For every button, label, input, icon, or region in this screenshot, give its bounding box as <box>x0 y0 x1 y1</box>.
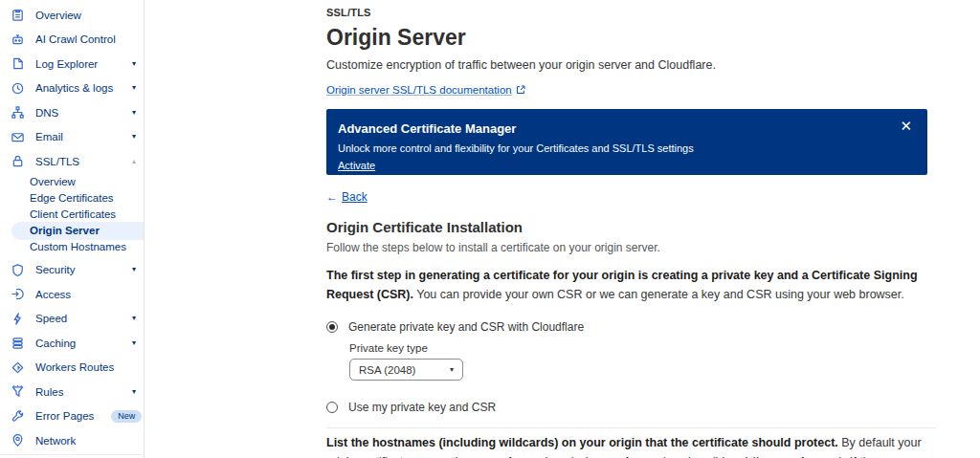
sidebar-item-ai-crawl-control[interactable]: AI Crawl Control <box>0 28 144 53</box>
sidebar-item-speed[interactable]: Speed ▾ <box>0 307 144 332</box>
chevron-down-icon: ▾ <box>132 84 136 92</box>
sidebar-item-label: Error Pages <box>35 410 94 422</box>
sidebar-subitem-client-certificates[interactable]: Client Certificates <box>0 207 144 223</box>
bot-icon <box>10 32 25 47</box>
sidebar-subitem-overview[interactable]: Overview <box>0 174 144 190</box>
sidebar-subitem-custom-hostnames[interactable]: Custom Hostnames <box>0 239 144 255</box>
sidebar-item-workers-routes[interactable]: Workers Routes <box>0 356 144 381</box>
chevron-down-icon: ▾ <box>132 133 136 141</box>
section-divider <box>326 427 936 428</box>
sidebar-item-label: DNS <box>35 107 58 119</box>
sidebar-item-network[interactable]: Network <box>0 428 144 453</box>
sidebar-item-security[interactable]: Security ▾ <box>0 258 144 283</box>
private-key-type-select[interactable]: RSA (2048) ▾ <box>349 359 463 381</box>
lightning-icon <box>10 311 25 326</box>
banner-subtitle: Unlock more control and flexibility for … <box>338 142 914 154</box>
sidebar-item-label: Workers Routes <box>35 361 114 373</box>
sidebar-item-rules[interactable]: Rules ▾ <box>0 380 144 404</box>
private-key-type-label: Private key type <box>349 342 927 354</box>
caching-stack-icon <box>10 336 25 351</box>
select-value: RSA (2048) <box>359 364 415 376</box>
close-icon[interactable]: ✕ <box>898 117 914 135</box>
chevron-down-icon: ▾ <box>132 339 136 347</box>
sidebar-item-overview[interactable]: Overview <box>0 3 144 28</box>
chevron-down-icon: ▾ <box>132 315 136 322</box>
radio-generate-csr[interactable]: Generate private key and CSR with Cloudf… <box>326 320 927 334</box>
sidebar-item-ssl-tls[interactable]: SSL/TLS ▴ <box>0 149 144 174</box>
dns-hierarchy-icon <box>10 105 25 120</box>
workers-diamond-icon <box>10 360 25 375</box>
main-content: SSL/TLS Origin Server Customize encrypti… <box>145 0 980 458</box>
sidebar-item-caching[interactable]: Caching ▾ <box>0 331 144 356</box>
select-caret-icon: ▾ <box>450 365 454 374</box>
page-subtitle: Customize encryption of traffic between … <box>326 58 927 72</box>
csr-paragraph: The first step in generating a certifica… <box>326 266 927 304</box>
sidebar-item-label: Network <box>35 435 76 447</box>
sidebar-item-label: Access <box>35 289 71 300</box>
wrench-icon <box>10 408 25 424</box>
sidebar-item-label: Log Explorer <box>35 58 98 70</box>
section-description: Follow the steps below to install a cert… <box>326 241 927 254</box>
sidebar: Overview AI Crawl Control Log Explorer ▾… <box>0 0 145 458</box>
sidebar-item-log-explorer[interactable]: Log Explorer ▾ <box>0 52 144 76</box>
chevron-down-icon: ▾ <box>132 109 136 117</box>
page-title: Origin Server <box>326 25 927 51</box>
banner-title: Advanced Certificate Manager <box>338 121 914 136</box>
ssl-tls-subnav: Overview Edge Certificates Client Certif… <box>0 174 144 255</box>
access-login-icon <box>10 287 25 302</box>
back-link[interactable]: ← Back <box>326 190 368 204</box>
chevron-down-icon: ▾ <box>132 60 136 68</box>
acm-banner: Advanced Certificate Manager Unlock more… <box>326 109 927 175</box>
shield-icon <box>10 262 25 277</box>
collapse-icon: ▴ <box>132 158 136 165</box>
new-badge: New <box>111 410 142 423</box>
sidebar-item-label: Rules <box>35 386 63 398</box>
sidebar-item-label: Email <box>35 131 63 142</box>
breadcrumb: SSL/TLS <box>326 7 927 18</box>
sidebar-item-dns[interactable]: DNS ▾ <box>0 100 144 125</box>
sidebar-item-email[interactable]: Email ▾ <box>0 125 144 150</box>
back-arrow-icon: ← <box>326 190 338 204</box>
chevron-down-icon: ▾ <box>132 266 136 273</box>
lock-icon <box>10 154 25 169</box>
sidebar-divider <box>0 454 144 455</box>
sidebar-item-label: Caching <box>35 338 76 349</box>
sidebar-item-label: Speed <box>35 313 67 324</box>
chevron-down-icon: ▾ <box>132 388 136 396</box>
sidebar-item-access[interactable]: Access <box>0 282 144 307</box>
clipboard-icon <box>10 8 25 23</box>
analytics-clock-icon <box>10 80 25 96</box>
log-document-icon <box>10 56 25 72</box>
hostnames-paragraph: List the hostnames (including wildcards)… <box>326 433 927 458</box>
funnel-icon <box>10 384 25 400</box>
sidebar-item-label: Overview <box>35 10 81 21</box>
private-key-block: Private key type RSA (2048) ▾ <box>349 342 927 381</box>
radio-own-csr[interactable]: Use my private key and CSR <box>326 401 927 414</box>
sidebar-item-error-pages[interactable]: Error Pages New <box>0 404 144 429</box>
external-link-icon <box>516 85 525 95</box>
sidebar-item-label: SSL/TLS <box>35 156 79 167</box>
sidebar-subitem-edge-certificates[interactable]: Edge Certificates <box>0 190 144 207</box>
radio-button-checked[interactable] <box>326 321 338 333</box>
sidebar-item-label: AI Crawl Control <box>35 33 116 45</box>
documentation-link[interactable]: Origin server SSL/TLS documentation <box>326 84 525 96</box>
sidebar-item-label: Analytics & logs <box>35 82 113 94</box>
email-envelope-icon <box>10 129 25 144</box>
sidebar-item-label: Security <box>35 264 76 275</box>
location-pin-icon <box>10 433 25 448</box>
radio-button-unchecked[interactable] <box>326 402 338 413</box>
section-heading: Origin Certificate Installation <box>326 219 927 235</box>
activate-link[interactable]: Activate <box>338 160 375 171</box>
sidebar-subitem-origin-server[interactable]: Origin Server <box>11 222 144 240</box>
sidebar-item-analytics-logs[interactable]: Analytics & logs ▾ <box>0 76 144 101</box>
